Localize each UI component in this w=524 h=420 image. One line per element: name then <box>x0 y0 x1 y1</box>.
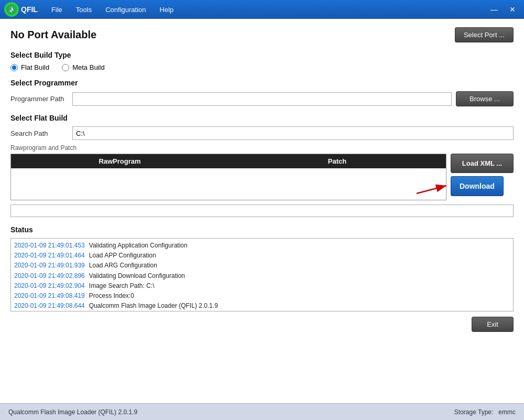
menu-file[interactable]: File <box>45 4 69 16</box>
meta-build-option[interactable]: Meta Build <box>62 63 104 71</box>
statusbar-storage-value: emmc <box>498 408 516 416</box>
select-port-button[interactable]: Select Port ... <box>455 27 514 42</box>
rawprogram-table: RawProgram Patch − − <box>10 154 446 200</box>
statusbar-storage-label: Storage Type: <box>454 408 494 416</box>
log-timestamp: 2020-01-09 21:49:02.896 <box>14 271 85 281</box>
log-message: Validating Application Configuration <box>89 241 188 251</box>
log-message: Qualcomm Flash Image Loader (QFIL) 2.0.1… <box>89 301 218 311</box>
rawprogram-table-section: RawProgram Patch − − Load XML ... Downlo… <box>10 154 514 200</box>
status-label: Status <box>10 225 514 234</box>
window-controls: — ✕ <box>486 4 520 15</box>
close-button[interactable]: ✕ <box>505 4 520 15</box>
load-xml-button[interactable]: Load XML ... <box>451 154 514 173</box>
table-wrapper: RawProgram Patch − − <box>10 154 446 200</box>
minimize-button[interactable]: — <box>486 4 502 15</box>
log-entry: 2020-01-09 21:49:02.904Image Search Path… <box>14 281 510 291</box>
programmer-path-input[interactable] <box>72 92 452 106</box>
flat-build-section-label: Select Flat Build <box>10 114 514 122</box>
right-buttons-panel: Load XML ... Download <box>451 154 514 200</box>
exit-button[interactable]: Exit <box>472 317 514 332</box>
app-name: QFIL <box>21 5 38 14</box>
log-timestamp: 2020-01-09 21:49:01.453 <box>14 241 85 251</box>
log-entry: 2020-01-09 21:49:01.453Validating Applic… <box>14 241 510 251</box>
table-header: RawProgram Patch − <box>11 154 446 168</box>
main-content: No Port Available Select Port ... Select… <box>0 19 524 403</box>
log-entry: 2020-01-09 21:49:02.896Validating Downlo… <box>14 271 510 281</box>
statusbar-left: Qualcomm Flash Image Loader (QFIL) 2.0.1… <box>8 408 137 416</box>
search-path-input[interactable] <box>72 126 514 140</box>
log-message: Image Search Path: C:\ <box>89 281 155 291</box>
title-bar: QFIL File Tools Configuration Help — ✕ <box>0 0 524 19</box>
log-timestamp: 2020-01-09 21:49:02.904 <box>14 281 85 291</box>
log-timestamp: 2020-01-09 21:49:08.419 <box>14 291 85 301</box>
app-logo <box>4 2 19 17</box>
log-entry: 2020-01-09 21:49:01.939Load ARG Configur… <box>14 261 510 271</box>
flat-build-option[interactable]: Flat Build <box>10 63 49 71</box>
statusbar-right: Storage Type: emmc <box>454 408 516 416</box>
status-bar: Qualcomm Flash Image Loader (QFIL) 2.0.1… <box>0 403 524 420</box>
patch-col-header: Patch <box>228 154 446 168</box>
download-button-wrapper: Download <box>451 176 514 196</box>
log-message: Load ARG Configuration <box>89 261 157 271</box>
log-message: Validating Download Configuration <box>89 271 185 281</box>
log-timestamp: 2020-01-09 21:49:01.939 <box>14 261 85 271</box>
log-entry: 2020-01-09 21:49:08.419Process Index:0 <box>14 291 510 301</box>
download-button[interactable]: Download <box>451 176 504 196</box>
build-type-options: Flat Build Meta Build <box>10 63 514 71</box>
menu-bar: File Tools Configuration Help <box>45 4 180 16</box>
log-entry: 2020-01-09 21:49:08.644Qualcomm Flash Im… <box>14 301 510 311</box>
menu-tools[interactable]: Tools <box>70 4 98 16</box>
programmer-path-label: Programmer Path <box>10 95 68 103</box>
exit-row: Exit <box>10 317 514 332</box>
build-type-label: Select Build Type <box>10 51 514 59</box>
flat-build-radio[interactable] <box>10 64 18 71</box>
log-entry: 2020-01-09 21:49:01.464Load APP Configur… <box>14 251 510 261</box>
programmer-label: Select Programmer <box>10 79 514 87</box>
status-section: Status 2020-01-09 21:49:01.453Validating… <box>10 225 514 311</box>
browse-button[interactable]: Browse ... <box>456 91 514 106</box>
rawprogram-patch-label: Rawprogram and Patch <box>10 144 514 152</box>
menu-configuration[interactable]: Configuration <box>99 4 152 16</box>
header-row: No Port Available Select Port ... <box>10 27 514 42</box>
progress-bar-container <box>10 204 514 217</box>
rawprogram-col-header: RawProgram <box>11 154 228 168</box>
flat-build-label: Flat Build <box>21 63 49 71</box>
search-path-row: Search Path <box>10 126 514 140</box>
log-timestamp: 2020-01-09 21:49:01.464 <box>14 251 85 261</box>
table-body <box>11 168 446 200</box>
no-port-title: No Port Available <box>10 29 96 41</box>
search-path-label: Search Path <box>10 130 68 137</box>
log-message: Load APP Configuration <box>89 251 156 261</box>
table-minus-top-icon[interactable]: − <box>450 156 454 164</box>
log-message: Process Index:0 <box>89 291 134 301</box>
log-timestamp: 2020-01-09 21:49:08.644 <box>14 301 85 311</box>
menu-help[interactable]: Help <box>154 4 180 16</box>
meta-build-label: Meta Build <box>72 63 104 71</box>
meta-build-radio[interactable] <box>62 64 69 71</box>
programmer-row: Programmer Path Browse ... <box>10 91 514 106</box>
status-log: 2020-01-09 21:49:01.453Validating Applic… <box>10 238 514 311</box>
